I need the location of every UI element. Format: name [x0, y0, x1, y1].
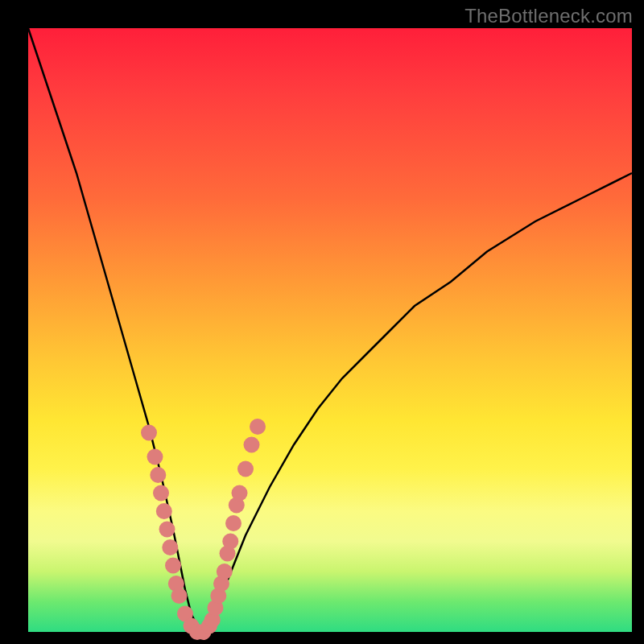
- curve-marker: [225, 515, 242, 531]
- curve-marker: [244, 437, 260, 453]
- curve-marker: [171, 588, 188, 604]
- curve-marker: [250, 419, 266, 435]
- watermark-text: TheBottleneck.com: [464, 5, 633, 27]
- plot-area: [28, 28, 632, 632]
- curve-marker: [156, 503, 172, 519]
- chart-frame: TheBottleneck.com: [0, 0, 644, 644]
- curve-marker: [159, 522, 175, 538]
- curve-svg: [28, 28, 632, 632]
- curve-marker: [165, 558, 181, 574]
- curve-marker: [141, 425, 157, 441]
- curve-marker: [150, 467, 166, 483]
- bottleneck-curve: [28, 28, 632, 632]
- curve-markers-group: [141, 419, 266, 640]
- curve-marker: [162, 539, 178, 555]
- curve-marker: [153, 485, 169, 502]
- curve-marker: [217, 564, 233, 580]
- curve-line-group: [28, 28, 632, 632]
- curve-marker: [237, 461, 254, 477]
- curve-marker: [222, 534, 238, 550]
- curve-marker: [147, 449, 163, 465]
- curve-marker: [232, 485, 248, 502]
